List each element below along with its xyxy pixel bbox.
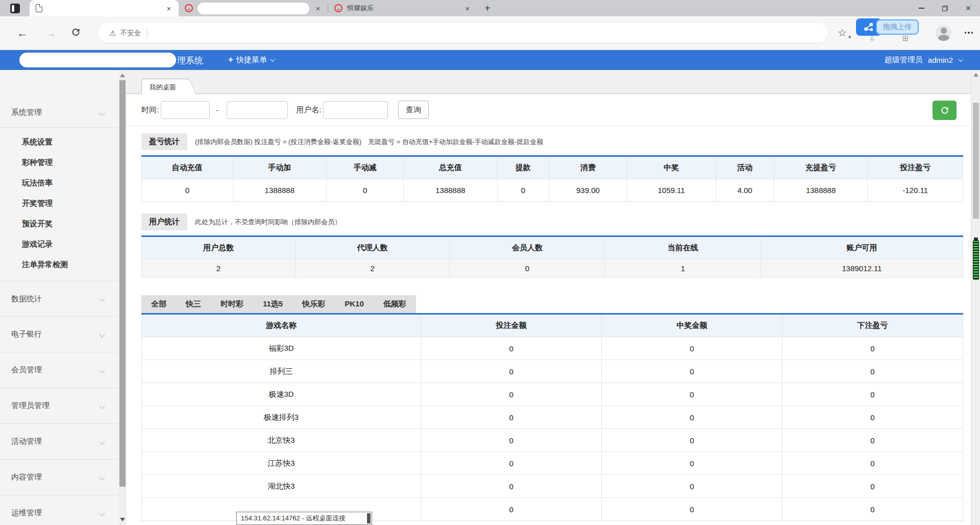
cell: 0 <box>602 475 782 498</box>
tab-my-desktop[interactable]: 我的桌面 <box>141 79 188 94</box>
drag-upload-tooltip: 拖拽上传 <box>876 19 919 35</box>
sidebar-item-preset-draw[interactable]: 预设开奖 <box>0 213 118 234</box>
cell: 1389012.11 <box>761 259 963 278</box>
cell: 4.00 <box>716 179 774 202</box>
quick-menu-button[interactable]: + 快捷菜单 <box>228 55 274 65</box>
chevron-down-icon <box>99 331 105 337</box>
table-row: 福彩3D 0 0 0 <box>142 337 963 360</box>
username: admin2 <box>928 56 953 64</box>
sidebar-item-system-settings[interactable]: 系统设置 <box>0 132 118 152</box>
column-header: 手动加 <box>233 156 326 179</box>
tab-all[interactable]: 全部 <box>141 295 176 313</box>
time-from-input[interactable] <box>161 101 210 119</box>
cell: 江苏快3 <box>142 452 421 475</box>
tab-shishicai[interactable]: 时时彩 <box>211 295 253 313</box>
close-window-button[interactable]: × <box>957 0 980 16</box>
browser-tab-3[interactable]: 恒耀娱乐 × <box>328 0 477 16</box>
brand-red-icon <box>334 4 342 12</box>
bookmark-button[interactable]: ☆ + <box>838 27 850 39</box>
collections-icon[interactable]: ⊞ <box>902 34 909 43</box>
sidebar-item-bet-anomaly[interactable]: 注单异常检测 <box>0 254 118 275</box>
cell: 0 <box>782 406 963 429</box>
close-icon[interactable]: × <box>313 4 323 13</box>
scroll-up-icon[interactable] <box>973 73 978 77</box>
tab-kuaisan[interactable]: 快三 <box>176 295 211 313</box>
forward-icon: → <box>45 27 56 40</box>
not-secure-label: 不安全 <box>120 29 141 38</box>
sidebar-item-play-odds[interactable]: 玩法倍率 <box>0 173 118 193</box>
avatar-head <box>941 28 947 34</box>
range-separator: - <box>216 106 218 114</box>
rdp-connection-tooltip: 154.31.62.14:14762 - 远程桌面连接 <box>236 512 372 525</box>
sidebar-group-label: 系统管理 <box>11 108 42 117</box>
refresh-button[interactable] <box>933 101 957 120</box>
sidebar-group-ops[interactable]: 运维管理 <box>0 495 118 525</box>
back-icon[interactable]: ← <box>17 27 28 40</box>
redacted-tab-title <box>47 3 160 14</box>
sidebar-group-label: 活动管理 <box>11 437 42 446</box>
sidebar-item-lottery-mgmt[interactable]: 彩种管理 <box>0 152 118 173</box>
green-striped-indicator <box>973 240 979 280</box>
address-bar[interactable]: ⚠ 不安全 <box>98 23 828 43</box>
new-tab-button[interactable]: + <box>480 1 495 15</box>
page-scrollbar[interactable] <box>971 70 980 525</box>
close-icon[interactable]: × <box>463 4 472 13</box>
minimize-icon <box>919 8 924 9</box>
restore-button[interactable] <box>933 0 957 16</box>
cell: 0 <box>602 498 782 521</box>
sidebar-group-admins[interactable]: 管理员管理 <box>0 388 118 424</box>
sidebar-group-system[interactable]: 系统管理 <box>0 98 118 128</box>
tab-title: 恒耀娱乐 <box>347 4 463 13</box>
column-header: 当前在线 <box>605 236 761 259</box>
chevron-down-icon <box>99 439 105 444</box>
cell: 0 <box>782 475 963 498</box>
cell: 0 <box>421 498 602 521</box>
sidebar-scrollbar[interactable] <box>118 70 127 525</box>
scroll-down-icon[interactable] <box>120 518 125 521</box>
scrollbar-thumb[interactable] <box>973 103 979 219</box>
chevron-down-icon <box>99 474 105 480</box>
column-header: 用户总数 <box>142 236 296 259</box>
tab-kuailecai[interactable]: 快乐彩 <box>292 295 335 313</box>
cell: 1388888 <box>404 179 497 202</box>
browser-tab-1[interactable]: × <box>30 0 179 16</box>
table-row: 0 1388888 0 1388888 0 939.00 1059.11 4.0… <box>142 179 963 202</box>
address-separator <box>147 29 148 38</box>
time-to-input[interactable] <box>227 101 288 119</box>
username-label: 用户名: <box>296 105 321 115</box>
time-label: 时间: <box>141 105 159 115</box>
sidebar-item-draw-mgmt[interactable]: 开奖管理 <box>0 193 118 213</box>
cell: 0 <box>602 452 782 475</box>
cell: 0 <box>421 360 602 383</box>
star-plus-icon: + <box>848 34 851 40</box>
username-input[interactable] <box>323 101 388 119</box>
reload-icon[interactable] <box>70 27 81 39</box>
profile-avatar[interactable] <box>936 25 951 41</box>
sidebar-group-content[interactable]: 内容管理 <box>0 460 118 495</box>
sidebar-group-data-stats[interactable]: 数据统计 <box>0 281 118 317</box>
tab-pk10[interactable]: PK10 <box>335 295 374 313</box>
cell: 0 <box>497 179 549 202</box>
tab-11x5[interactable]: 11选5 <box>253 295 292 313</box>
sidebar-group-members[interactable]: 会员管理 <box>0 352 118 388</box>
workspace-icon[interactable] <box>10 4 20 13</box>
user-menu[interactable]: 超级管理员 admin2 <box>885 55 962 65</box>
column-header: 自动充值 <box>142 156 233 179</box>
close-icon[interactable]: × <box>164 4 174 13</box>
scrollbar-thumb[interactable] <box>119 80 126 487</box>
browser-tab-2[interactable]: × <box>179 0 328 16</box>
profit-section-title: 盈亏统计 <box>141 133 187 150</box>
column-header: 投注金额 <box>421 314 602 337</box>
sidebar-item-game-records[interactable]: 游戏记录 <box>0 234 118 254</box>
users-table: 用户总数 代理人数 会员人数 当前在线 账户可用 2 2 0 1 1389012… <box>141 235 963 278</box>
scroll-up-icon[interactable] <box>120 74 125 77</box>
profit-section-header: 盈亏统计 (排除内部会员数据) 投注盈亏 = (投注消费金额-返奖金额) 充提盈… <box>141 133 963 150</box>
sidebar-group-activities[interactable]: 活动管理 <box>0 424 118 460</box>
query-button[interactable]: 查询 <box>398 101 429 119</box>
tab-dipincai[interactable]: 低频彩 <box>374 295 416 313</box>
cell: 0 <box>421 337 602 360</box>
cell: 0 <box>602 383 782 406</box>
browser-menu-icon[interactable] <box>965 32 973 34</box>
sidebar-group-ebank[interactable]: 电子银行 <box>0 317 118 352</box>
minimize-button[interactable] <box>910 0 933 16</box>
